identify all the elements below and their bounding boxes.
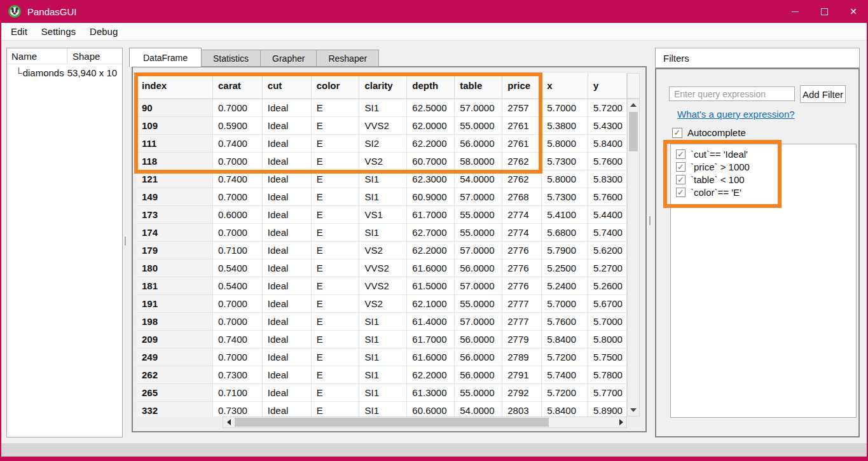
table-cell[interactable]: 0.7300 (213, 401, 263, 416)
table-cell[interactable]: 5.7500 (588, 348, 627, 366)
row-index-cell[interactable]: 180 (137, 259, 213, 277)
table-cell[interactable]: 5.8000 (542, 170, 588, 188)
table-cell[interactable]: SI1 (359, 312, 407, 330)
table-cell[interactable]: 61.4000 (407, 312, 455, 330)
table-cell[interactable]: 5.3800 (542, 116, 588, 134)
table-cell[interactable]: 5.8400 (588, 134, 627, 152)
table-cell[interactable]: VS2 (359, 152, 407, 170)
table-cell[interactable]: 0.5900 (213, 116, 263, 134)
table-cell[interactable]: VS2 (359, 241, 407, 259)
table-cell[interactable]: E (311, 330, 359, 348)
table-cell[interactable]: 56.0000 (455, 348, 502, 366)
scroll-right-button[interactable] (616, 417, 626, 427)
table-cell[interactable]: 58.0000 (455, 152, 502, 170)
table-cell[interactable]: 5.7700 (588, 383, 627, 401)
row-index-cell[interactable]: 249 (137, 348, 213, 366)
table-cell[interactable]: 61.5000 (407, 277, 455, 294)
table-cell[interactable]: E (311, 294, 359, 312)
table-cell[interactable]: SI1 (359, 366, 407, 383)
table-cell[interactable]: 0.7000 (213, 348, 263, 366)
table-cell[interactable]: 2761 (502, 116, 542, 134)
table-cell[interactable]: 2791 (502, 366, 542, 383)
table-cell[interactable]: VVS2 (359, 277, 407, 294)
column-header-table[interactable]: table (455, 73, 502, 99)
table-cell[interactable]: 0.7400 (213, 134, 263, 152)
filter-item[interactable]: ✓`table` < 100 (671, 173, 856, 186)
vertical-scrollbar-thumb[interactable] (629, 112, 638, 151)
table-cell[interactable]: 61.6000 (407, 259, 455, 277)
table-cell[interactable]: 54.0000 (455, 401, 502, 416)
table-cell[interactable]: 61.6000 (407, 348, 455, 366)
splitter-handle-right[interactable] (649, 216, 651, 226)
table-cell[interactable]: 57.0000 (455, 99, 502, 116)
table-cell[interactable]: E (311, 241, 359, 259)
filter-item[interactable]: ✓`cut`== 'Ideal' (671, 148, 856, 160)
scroll-left-button[interactable] (223, 417, 234, 427)
row-index-cell[interactable]: 109 (137, 116, 213, 134)
filter-checkbox[interactable]: ✓ (676, 175, 685, 184)
table-cell[interactable]: SI1 (359, 223, 407, 241)
scroll-down-button[interactable] (628, 404, 639, 416)
column-header-depth[interactable]: depth (407, 73, 455, 99)
row-index-cell[interactable]: 173 (137, 205, 213, 223)
table-cell[interactable]: 0.7000 (213, 152, 263, 170)
query-help-link[interactable]: What's a query expression? (677, 109, 795, 120)
tab-grapher[interactable]: Grapher (260, 50, 317, 67)
table-cell[interactable]: E (311, 223, 359, 241)
vertical-scrollbar-track[interactable] (627, 99, 640, 416)
table-cell[interactable]: 2792 (502, 383, 542, 401)
table-cell[interactable]: 60.6000 (407, 401, 455, 416)
table-cell[interactable]: E (311, 134, 359, 152)
table-cell[interactable]: E (311, 99, 359, 116)
table-cell[interactable]: Ideal (262, 223, 311, 241)
table-cell[interactable]: 2789 (502, 348, 542, 366)
table-cell[interactable]: 61.7000 (407, 330, 455, 348)
table-cell[interactable]: 56.0000 (455, 259, 502, 277)
row-index-cell[interactable]: 118 (137, 152, 213, 170)
table-cell[interactable]: 5.2700 (588, 259, 627, 277)
column-header-cut[interactable]: cut (262, 73, 311, 99)
table-cell[interactable]: 0.7000 (213, 294, 263, 312)
table-cell[interactable]: 5.7400 (588, 223, 627, 241)
table-cell[interactable]: 62.2000 (407, 241, 455, 259)
table-cell[interactable]: 0.7000 (213, 99, 263, 116)
table-cell[interactable]: 2779 (502, 330, 542, 348)
scroll-up-button[interactable] (628, 99, 639, 111)
table-cell[interactable]: 5.8900 (588, 401, 627, 416)
table-cell[interactable]: Ideal (262, 348, 311, 366)
table-cell[interactable]: 0.7000 (213, 188, 263, 205)
table-cell[interactable]: 55.0000 (455, 383, 502, 401)
table-cell[interactable]: 2757 (502, 99, 542, 116)
close-button[interactable]: ✕ (839, 0, 868, 23)
table-cell[interactable]: 5.7200 (542, 348, 588, 366)
table-cell[interactable]: 0.5400 (213, 277, 263, 294)
table-cell[interactable]: 2774 (502, 205, 542, 223)
table-cell[interactable]: E (311, 277, 359, 294)
table-cell[interactable]: E (311, 205, 359, 223)
tab-dataframe[interactable]: DataFrame (129, 48, 202, 67)
tree-header-shape[interactable]: Shape (67, 51, 100, 62)
row-index-cell[interactable]: 209 (137, 330, 213, 348)
table-cell[interactable]: 55.0000 (455, 116, 502, 134)
table-cell[interactable]: 5.7400 (542, 366, 588, 383)
table-cell[interactable]: 55.0000 (455, 294, 502, 312)
table-cell[interactable]: 0.7000 (213, 312, 263, 330)
splitter-handle-left[interactable] (124, 237, 127, 247)
table-cell[interactable]: 0.7000 (213, 223, 263, 241)
table-cell[interactable]: 57.0000 (455, 188, 502, 205)
table-cell[interactable]: 2803 (502, 401, 542, 416)
tree-header-name[interactable]: Name (7, 48, 67, 64)
query-expression-input[interactable] (669, 86, 795, 101)
table-cell[interactable]: Ideal (262, 116, 311, 134)
table-cell[interactable]: 5.7200 (588, 99, 627, 116)
table-cell[interactable]: SI1 (359, 401, 407, 416)
row-index-cell[interactable]: 179 (137, 241, 213, 259)
table-cell[interactable]: 5.7000 (542, 294, 588, 312)
table-cell[interactable]: VVS2 (359, 259, 407, 277)
table-cell[interactable]: 5.4400 (588, 205, 627, 223)
table-cell[interactable]: 2774 (502, 223, 542, 241)
table-cell[interactable]: 2762 (502, 152, 542, 170)
table-cell[interactable]: SI1 (359, 383, 407, 401)
table-cell[interactable]: VS2 (359, 294, 407, 312)
row-index-cell[interactable]: 121 (137, 170, 213, 188)
